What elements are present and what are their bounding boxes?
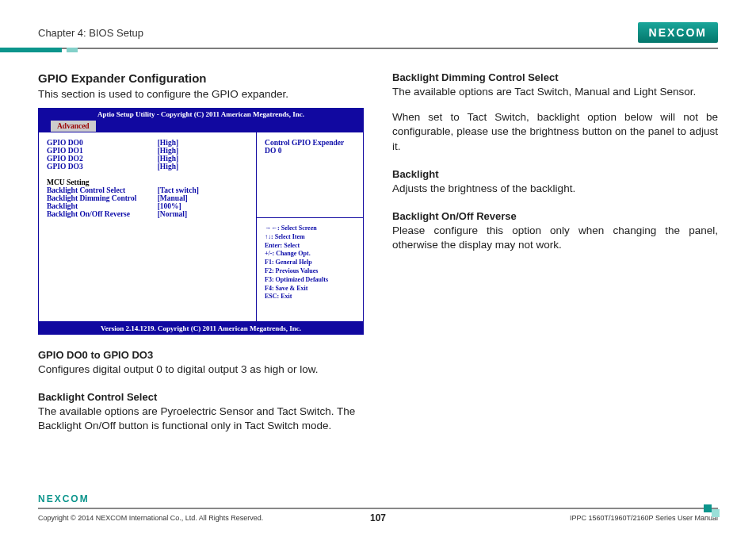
subsection-head: GPIO DO0 to GPIO DO3 (38, 349, 364, 361)
subsection-head: Backlight (392, 168, 718, 180)
bios-value: [Manual] (158, 194, 248, 202)
subsection-text: Configures digital output 0 to digital o… (38, 362, 364, 377)
bios-value: [High] (158, 163, 248, 171)
page-number: 107 (370, 512, 386, 523)
lede-text: This section is used to configure the GP… (38, 88, 364, 100)
subsection-text: The available options are Pyroelectric S… (38, 405, 364, 433)
bottom-rule (38, 508, 718, 509)
bios-value: [High] (158, 155, 248, 163)
subsection-text: When set to Tact Switch, backlight optio… (392, 110, 718, 154)
bios-help-text: Control GPIO Expender DO 0 (257, 132, 363, 217)
bios-screenshot: Aptio Setup Utility - Copyright (C) 2011… (38, 108, 364, 335)
bios-item: GPIO DO0 (47, 139, 158, 147)
bios-key-hints: →←: Select Screen ↑↓: Select Item Enter:… (257, 217, 363, 321)
subsection-head: Backlight Dimming Control Select (392, 71, 718, 83)
bios-value: [100%] (158, 202, 248, 210)
bios-footer: Version 2.14.1219. Copyright (C) 2011 Am… (38, 322, 364, 335)
page-title: GPIO Expander Configuration (38, 71, 364, 85)
bios-value: [High] (158, 147, 248, 155)
bios-value: [Normal] (158, 210, 248, 218)
subsection-head: Backlight Control Select (38, 391, 364, 403)
bios-item: GPIO DO2 (47, 155, 158, 163)
bios-item: Backlight Dimming Control (47, 194, 158, 202)
bios-item: GPIO DO3 (47, 163, 158, 171)
bios-value: [Tact switch] (158, 186, 248, 194)
bios-item: Backlight Control Select (47, 186, 158, 194)
chapter-label: Chapter 4: BIOS Setup (38, 27, 143, 39)
bios-item: Backlight (47, 202, 158, 210)
footer-copyright: Copyright © 2014 NEXCOM International Co… (38, 514, 361, 522)
subsection-text: Adjusts the brightness of the backlight. (392, 182, 718, 196)
footer-doc-title: IPPC 1560T/1960T/2160P Series User Manua… (395, 514, 718, 522)
bios-item: GPIO DO1 (47, 147, 158, 155)
bios-header: Aptio Setup Utility - Copyright (C) 2011… (38, 108, 364, 121)
bios-item: Backlight On/Off Reverse (47, 210, 158, 218)
subsection-head: Backlight On/Off Reverse (392, 210, 718, 222)
subsection-text: Please configure this option only when c… (392, 224, 718, 252)
subsection-text: The available options are Tact Switch, M… (392, 85, 718, 99)
bios-tab-advanced: Advanced (51, 121, 96, 132)
footer-brand-logo: NEXCOM (38, 492, 90, 506)
top-rule (38, 48, 718, 49)
brand-logo: NEXCOM (638, 22, 718, 43)
bios-value: [High] (158, 139, 248, 147)
bios-heading-mcu: MCU Setting (47, 178, 158, 186)
